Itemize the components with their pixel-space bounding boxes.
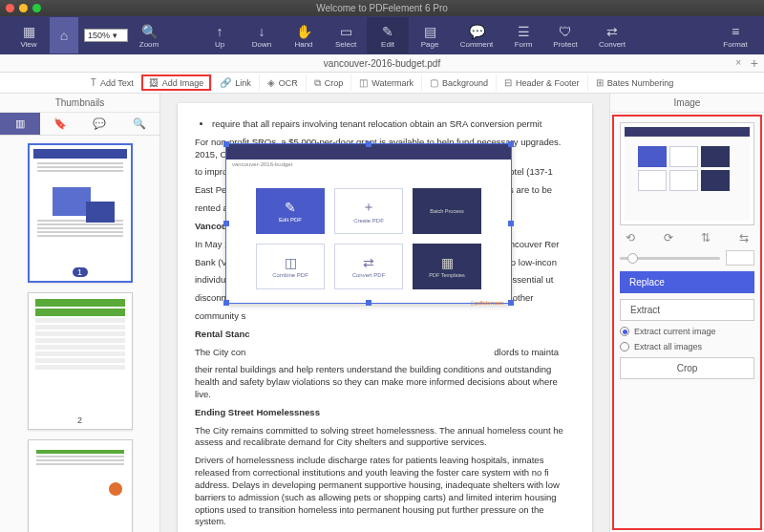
home-button[interactable]: ⌂ (50, 17, 78, 53)
up-icon: ↑ (217, 23, 223, 40)
tab-close-icon[interactable]: × (735, 57, 741, 68)
thumbnail-label: 2 (32, 415, 128, 425)
add-image-button[interactable]: 🖼Add Image (141, 74, 212, 91)
convert-icon: ⇄ (606, 23, 618, 40)
dialog-batch: Batch Process (413, 188, 481, 234)
document-viewport[interactable]: require that all repairs involving tenan… (160, 94, 609, 532)
up-button[interactable]: ↑Up (199, 17, 241, 53)
thumbnail-page-1[interactable]: 1 (28, 143, 133, 283)
opacity-slider[interactable] (620, 257, 720, 260)
thumbnail-page-2[interactable]: 2 (28, 292, 133, 430)
down-button[interactable]: ↓Down (241, 17, 283, 53)
page-icon: ▤ (424, 23, 436, 40)
watermark-button[interactable]: ◫Watermark (350, 74, 421, 91)
text-icon: T (91, 77, 96, 88)
header-footer-icon: ⊟ (504, 77, 512, 88)
format-icon: ≡ (732, 23, 739, 40)
crop-image-button[interactable]: Crop (620, 357, 754, 379)
zoom-label[interactable]: 🔍Zoom (128, 17, 170, 53)
replace-button[interactable]: Replace (620, 271, 754, 293)
thumbnail-label: 1 (73, 267, 88, 277)
protect-button[interactable]: 🛡Protect (544, 17, 586, 53)
down-icon: ↓ (259, 23, 265, 40)
view-icon: ▦ (23, 23, 35, 40)
home-icon: ⌂ (60, 27, 68, 44)
comment-button[interactable]: 💬Comment (451, 17, 502, 53)
doc-text: require that all repairs involving tenan… (212, 118, 575, 131)
thumbnails-panel: Thumbnails ▥ 🔖 💬 🔍 1 (0, 94, 160, 532)
bates-button[interactable]: ⊞Bates Numbering (587, 74, 682, 91)
dialog-combine: ◫Combine PDF (256, 244, 325, 289)
flip-vertical-icon[interactable]: ⇅ (701, 231, 711, 245)
ocr-button[interactable]: ◈OCR (259, 74, 306, 91)
thumbnails-tab[interactable]: ▥ (0, 113, 40, 135)
image-icon: 🖼 (149, 77, 159, 88)
thumbnails-title: Thumbnails (0, 94, 159, 113)
hand-button[interactable]: ✋Hand (283, 17, 325, 53)
document-tabbar: vancouver-2016-budget.pdf × + (0, 54, 764, 73)
image-properties-panel: Image ⟲ ⟳ ⇅ ⇆ Replac (609, 94, 764, 532)
window-title: Welcome to PDFelement 6 Pro (316, 3, 448, 13)
dialog-templates: ▦PDF Templates (413, 244, 481, 289)
extract-current-radio[interactable]: Extract current image (620, 327, 754, 336)
form-icon: ☰ (518, 23, 530, 40)
dialog-convert: ⇄Convert PDF (334, 244, 403, 289)
annotations-tab[interactable]: 💬 (80, 113, 120, 135)
zoom-icon: 🔍 (141, 23, 158, 40)
extract-all-radio[interactable]: Extract all images (620, 342, 754, 351)
crop-button[interactable]: ⧉Crop (306, 74, 351, 92)
dialog-create-pdf: ＋Create PDF (334, 188, 403, 234)
search-tab[interactable]: 🔍 (119, 113, 159, 135)
convert-button[interactable]: ⇄Convert (586, 17, 638, 53)
form-button[interactable]: ☰Form (502, 17, 544, 53)
extract-button[interactable]: Extract (620, 299, 754, 321)
hand-icon: ✋ (296, 23, 312, 40)
thumbnail-page-3[interactable] (28, 439, 133, 532)
background-button[interactable]: ▢Background (421, 74, 496, 91)
window-close[interactable] (6, 4, 14, 12)
tab-filename[interactable]: vancouver-2016-budget.pdf (324, 58, 440, 69)
comment-icon: 💬 (469, 23, 485, 40)
edit-button[interactable]: ✎Edit (367, 17, 409, 53)
select-icon: ▭ (340, 23, 352, 40)
image-preview (620, 122, 754, 225)
select-button[interactable]: ▭Select (325, 17, 367, 53)
header-footer-button[interactable]: ⊟Header & Footer (496, 74, 587, 91)
window-minimize[interactable] (19, 4, 28, 12)
link-icon: 🔗 (220, 77, 231, 88)
flip-horizontal-icon[interactable]: ⇆ (739, 231, 749, 245)
opacity-value[interactable] (726, 250, 754, 266)
zoom-select[interactable]: 150% ▾ (84, 29, 128, 42)
edit-icon: ✎ (382, 23, 393, 40)
watermark-icon: ◫ (359, 77, 368, 88)
bates-icon: ⊞ (596, 77, 604, 88)
add-text-button[interactable]: TAdd Text (83, 74, 141, 91)
protect-icon: 🛡 (559, 23, 572, 40)
page-button[interactable]: ▤Page (409, 17, 451, 53)
main-ribbon: ▦View ⌂ 150% ▾ 🔍Zoom ↑Up ↓Down ✋Hand ▭Se… (0, 16, 764, 54)
bookmarks-tab[interactable]: 🔖 (40, 113, 80, 135)
crop-icon: ⧉ (314, 77, 321, 89)
format-button[interactable]: ≡Format (714, 17, 756, 53)
background-icon: ▢ (430, 77, 438, 88)
edit-toolbar: TAdd Text 🖼Add Image 🔗Link ◈OCR ⧉Crop ◫W… (0, 73, 764, 94)
ocr-icon: ◈ (267, 77, 275, 88)
selected-image[interactable]: vancouver-2016-budget ✎Edit PDF ＋Create … (225, 143, 512, 304)
dialog-edit-pdf: ✎Edit PDF (256, 188, 325, 234)
rotate-right-icon[interactable]: ⟳ (664, 231, 673, 245)
tab-add-icon[interactable]: + (751, 55, 758, 71)
view-button[interactable]: ▦View (8, 17, 50, 53)
window-zoom[interactable] (32, 4, 41, 12)
link-button[interactable]: 🔗Link (211, 74, 259, 91)
rotate-left-icon[interactable]: ⟲ (626, 231, 635, 245)
image-panel-title: Image (610, 94, 764, 113)
